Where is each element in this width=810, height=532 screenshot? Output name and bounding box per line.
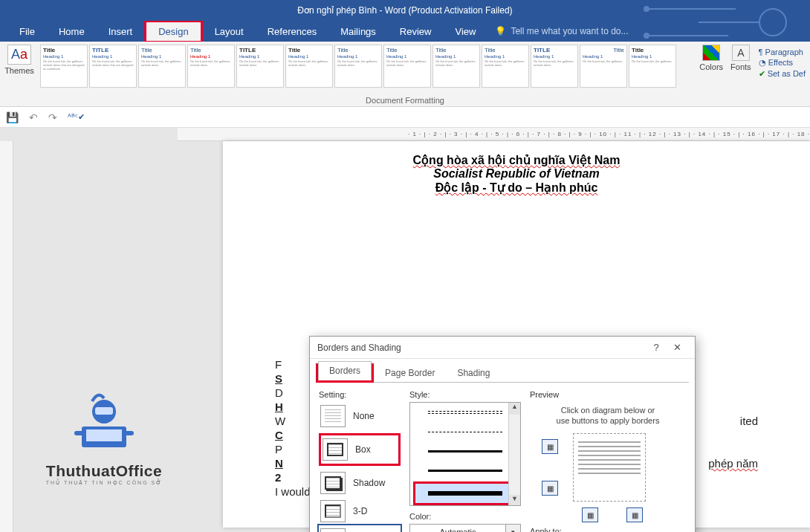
style-scrollbar[interactable]: ▲▼ (508, 403, 520, 505)
style-option[interactable] (410, 441, 520, 461)
set-default-button[interactable]: ✔ Set as Def (759, 69, 806, 79)
style-card[interactable]: TitleHeading 1On the Insert tab, the gal… (629, 45, 676, 88)
style-card[interactable]: TITLEHeading 1On the Insert tab, the gal… (89, 45, 137, 88)
style-card[interactable]: TITLEHeading 1On the Insert tab, the gal… (236, 45, 284, 88)
dialog-tabs: Borders Page Border Shading (310, 359, 695, 383)
watermark-sub: THỦ THUẬT TIN HỌC CÔNG SỞ (22, 480, 186, 486)
themes-button[interactable]: Aa Themes (4, 45, 34, 75)
color-dropdown[interactable]: Automatic ▾ (409, 524, 521, 532)
style-option[interactable] (410, 422, 520, 441)
preview-diagram[interactable]: ▦ ▦ ▦ ▦ (530, 433, 686, 522)
effects-button[interactable]: ◔ Effects (759, 58, 806, 68)
ribbon-group-label: Document Formatting (0, 96, 810, 105)
none-icon (320, 405, 346, 427)
horizontal-ruler[interactable]: · 1 · | · 2 · | · 3 · | · 4 · | · 5 · | … (178, 128, 810, 141)
style-listbox[interactable]: ▲▼ (409, 402, 521, 506)
preview-page[interactable] (573, 433, 646, 502)
tab-references[interactable]: References (256, 22, 328, 41)
style-card[interactable]: TitleHeading 1On the Insert tab, the gal… (432, 45, 480, 88)
scroll-up-icon[interactable]: ▲ (509, 403, 520, 415)
svg-rect-8 (123, 431, 134, 435)
setting-box[interactable]: Box (321, 435, 398, 464)
themes-icon: Aa (7, 45, 31, 65)
colors-label: Colors (699, 62, 723, 71)
tab-mailings[interactable]: Mailings (328, 22, 388, 41)
tab-view[interactable]: View (443, 22, 487, 41)
setting-none[interactable]: None (319, 402, 401, 430)
scroll-down-icon[interactable]: ▼ (509, 495, 520, 506)
tab-page-border[interactable]: Page Border (374, 363, 446, 383)
custom-icon (320, 528, 346, 532)
tab-borders[interactable]: Borders (318, 361, 372, 380)
themes-label: Themes (4, 66, 34, 75)
style-card[interactable]: TitleHeading 1On the Insert tab, the gal… (580, 45, 627, 88)
style-card[interactable]: TitleHeading 1On the Insert tab, the gal… (40, 45, 88, 88)
tab-review[interactable]: Review (388, 22, 444, 41)
setting-3d[interactable]: 3-D (319, 497, 401, 525)
document-formatting-gallery[interactable]: TitleHeading 1On the Insert tab, the gal… (40, 45, 676, 89)
spellcheck-icon[interactable]: ᴬᴮᶜ✔ (68, 112, 85, 122)
setting-label: Setting: (319, 390, 401, 399)
tab-layout[interactable]: Layout (203, 22, 256, 41)
close-icon[interactable]: ✕ (667, 342, 687, 353)
svg-rect-6 (95, 407, 113, 415)
watermark-brand: ThuthuatOffice (22, 462, 186, 480)
tab-file[interactable]: File (7, 22, 47, 41)
tab-design[interactable]: Design (146, 22, 200, 41)
svg-rect-4 (86, 429, 122, 441)
help-icon[interactable]: ? (646, 342, 667, 353)
svg-point-2 (644, 33, 649, 38)
tell-me[interactable]: 💡 Tell me what you want to do... (495, 26, 628, 36)
apply-to-label: Apply to: (530, 527, 686, 532)
color-value: Automatic (409, 524, 506, 532)
svg-rect-7 (74, 431, 85, 435)
redo-icon[interactable]: ↷ (48, 111, 57, 123)
fonts-label: Fonts (730, 62, 751, 71)
vertical-ruler[interactable] (0, 141, 13, 532)
save-icon[interactable]: 💾 (6, 111, 19, 123)
borders-shading-dialog: Borders and Shading ? ✕ Borders Page Bor… (309, 336, 696, 532)
tell-me-label: Tell me what you want to do... (511, 26, 628, 36)
style-option[interactable] (410, 461, 520, 480)
box-icon (323, 438, 348, 461)
dialog-titlebar[interactable]: Borders and Shading ? ✕ (310, 337, 695, 359)
tab-insert[interactable]: Insert (97, 22, 145, 41)
undo-icon[interactable]: ↶ (29, 111, 38, 123)
style-card[interactable]: TitleHeading 1On the Insert tab, the gal… (285, 45, 333, 88)
style-option[interactable] (410, 403, 520, 422)
preview-label: Preview (530, 390, 686, 399)
setting-shadow-label: Shadow (353, 478, 385, 488)
style-card[interactable]: TitleHeading 1On the Insert tab, the gal… (187, 45, 235, 88)
style-card[interactable]: TITLEHeading 1On the Insert tab, the gal… (531, 45, 578, 88)
paragraph-spacing-button[interactable]: ¶ Paragraph (759, 48, 806, 56)
border-top-button[interactable]: ▦ (542, 439, 558, 454)
border-left-button[interactable]: ▦ (582, 507, 598, 522)
fonts-button[interactable]: A Fonts (730, 45, 751, 79)
decorative-circuit (617, 0, 810, 45)
colors-icon (702, 45, 720, 61)
svg-point-0 (759, 9, 786, 36)
style-card[interactable]: TitleHeading 1On the Insert tab, the gal… (138, 45, 186, 88)
colors-button[interactable]: Colors (699, 45, 723, 79)
threeD-icon (320, 500, 346, 522)
mascot-icon (59, 388, 149, 455)
svg-point-1 (644, 7, 649, 11)
setting-shadow[interactable]: Shadow (319, 469, 401, 497)
tab-home[interactable]: Home (47, 22, 97, 41)
style-card[interactable]: TitleHeading 1On the Insert tab, the gal… (383, 45, 431, 88)
style-label: Style: (409, 390, 521, 399)
doc-line1: Cộng hòa xã hội chủ nghĩa Việt Nam (413, 154, 621, 166)
shadow-icon (320, 472, 346, 494)
style-card[interactable]: TitleHeading 1On the Insert tab, the gal… (482, 45, 529, 88)
setting-column: Setting: None Box Shadow 3- (319, 390, 401, 532)
chevron-down-icon[interactable]: ▾ (506, 524, 521, 532)
setting-3d-label: 3-D (353, 506, 367, 516)
border-bottom-button[interactable]: ▦ (542, 481, 558, 496)
window-title: Đơn nghỉ phép Bình - Word (Product Activ… (297, 5, 512, 16)
titlebar: Đơn nghỉ phép Bình - Word (Product Activ… (0, 0, 810, 21)
style-option-selected[interactable] (415, 484, 515, 503)
border-right-button[interactable]: ▦ (626, 507, 643, 522)
style-card[interactable]: TitleHeading 1On the Insert tab, the gal… (334, 45, 382, 88)
tab-shading[interactable]: Shading (446, 363, 501, 383)
setting-custom[interactable]: Custom (319, 525, 401, 532)
